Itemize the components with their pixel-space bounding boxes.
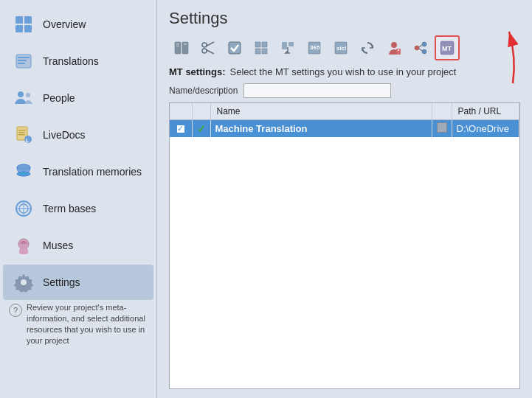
settings-bar-text: Select the MT settings you wish to use i… xyxy=(230,66,457,77)
sidebar-item-livedocs[interactable]: L LiveDocs xyxy=(3,117,153,153)
svg-rect-36 xyxy=(262,42,267,47)
svg-rect-34 xyxy=(229,42,241,54)
settings-icon xyxy=(12,270,35,294)
sidebar-item-overview[interactable]: Overview xyxy=(3,7,153,42)
svg-point-9 xyxy=(26,93,30,97)
table-wrap: Name Path / URL ✓ ✓ xyxy=(169,102,520,389)
sidebar-item-tm-label: Translation memories xyxy=(43,166,142,178)
sidebar-item-livedocs-label: LiveDocs xyxy=(43,129,86,141)
sidebar-item-settings-label: Settings xyxy=(43,276,80,288)
toolbar-btn-mt[interactable]: MT xyxy=(435,35,460,60)
svg-point-46 xyxy=(391,42,397,48)
table-row[interactable]: ✓ ✓ Machine Translation D:\OneDrive xyxy=(170,120,519,138)
svg-rect-7 xyxy=(18,63,25,64)
svg-line-32 xyxy=(207,42,215,46)
settings-description: Review your project's meta-information, … xyxy=(27,302,151,346)
svg-point-50 xyxy=(422,42,426,46)
sidebar-item-translations[interactable]: Translations xyxy=(3,43,153,79)
svg-point-8 xyxy=(18,91,24,97)
verified-check: ✓ xyxy=(197,123,206,135)
filter-input[interactable] xyxy=(243,83,391,98)
svg-point-51 xyxy=(422,49,426,54)
sidebar-item-overview-label: Overview xyxy=(43,18,86,30)
main-content: Settings 365 sic! xyxy=(157,0,532,398)
svg-rect-13 xyxy=(18,134,25,136)
svg-line-33 xyxy=(207,50,215,55)
toolbar-btn-numbers[interactable]: 365 xyxy=(302,35,327,60)
sidebar-item-translations-label: Translations xyxy=(43,55,99,67)
data-table: Name Path / URL ✓ ✓ xyxy=(170,103,519,137)
svg-rect-0 xyxy=(15,16,23,24)
filter-row: Name/description xyxy=(169,83,520,98)
svg-rect-5 xyxy=(18,57,30,58)
help-icon: ? xyxy=(9,304,22,317)
sidebar-item-people[interactable]: People xyxy=(3,80,153,116)
settings-bar: MT settings: Select the MT settings you … xyxy=(169,66,520,77)
toolbar-btn-refresh[interactable] xyxy=(355,35,380,60)
svg-rect-38 xyxy=(262,49,267,54)
th-path: Path / URL xyxy=(452,103,519,120)
people-icon xyxy=(12,86,35,110)
th-check xyxy=(170,103,192,120)
filter-label: Name/description xyxy=(169,85,238,96)
td-verified: ✓ xyxy=(192,120,210,138)
toolbar-btn-agent[interactable] xyxy=(381,35,407,60)
settings-bar-label: MT settings: xyxy=(169,66,226,77)
svg-text:sic!: sic! xyxy=(336,45,347,52)
sidebar-item-people-label: People xyxy=(43,92,75,104)
svg-rect-27 xyxy=(176,46,179,46)
check-mark: ✓ xyxy=(177,125,184,133)
toolbar-btn-verify[interactable] xyxy=(222,35,247,60)
svg-rect-2 xyxy=(15,25,23,32)
td-path: D:\OneDrive xyxy=(452,120,519,138)
sidebar: Overview Translations People xyxy=(0,0,157,398)
toolbar-btn-scissors[interactable] xyxy=(196,35,221,60)
page-title: Settings xyxy=(169,9,520,28)
svg-rect-3 xyxy=(24,25,32,32)
sidebar-item-termbases-label: Term bases xyxy=(43,203,96,214)
translation-memories-icon xyxy=(12,160,35,184)
svg-point-48 xyxy=(398,49,399,51)
sidebar-item-term-bases[interactable]: Term bases xyxy=(3,191,153,226)
svg-rect-6 xyxy=(18,60,27,61)
svg-point-30 xyxy=(202,43,207,47)
th-icon xyxy=(432,103,452,120)
toolbar-btn-grid[interactable] xyxy=(249,35,274,60)
toolbar-btn-books[interactable] xyxy=(169,35,194,60)
svg-text:365: 365 xyxy=(310,44,320,51)
svg-text:MT: MT xyxy=(442,45,452,52)
livedocs-icon: L xyxy=(12,123,35,147)
muses-icon xyxy=(12,234,35,257)
overview-icon xyxy=(12,13,35,36)
th-check2 xyxy=(192,103,210,120)
row-type-icon xyxy=(437,122,447,133)
svg-rect-1 xyxy=(24,16,32,24)
svg-rect-11 xyxy=(18,130,26,131)
checkbox[interactable]: ✓ xyxy=(176,124,186,134)
th-name: Name xyxy=(210,103,432,120)
td-name: Machine Translation xyxy=(210,120,432,138)
toolbar-btn-sic[interactable]: sic! xyxy=(328,35,353,60)
svg-rect-40 xyxy=(289,42,294,46)
td-checkbox[interactable]: ✓ xyxy=(170,120,192,138)
svg-point-17 xyxy=(17,172,30,176)
svg-rect-12 xyxy=(18,132,24,133)
table-header-row: Name Path / URL xyxy=(170,103,519,120)
term-bases-icon xyxy=(12,197,35,220)
translations-icon xyxy=(12,49,35,73)
svg-line-53 xyxy=(419,49,422,51)
sidebar-item-translation-memories[interactable]: Translation memories xyxy=(3,154,153,189)
svg-line-52 xyxy=(419,45,422,47)
svg-rect-39 xyxy=(282,42,287,49)
sidebar-item-muses-label: Muses xyxy=(43,240,73,251)
sidebar-item-settings[interactable]: Settings xyxy=(3,265,153,300)
td-row-icon xyxy=(432,120,452,138)
sidebar-item-muses[interactable]: Muses xyxy=(3,228,153,263)
svg-point-31 xyxy=(202,49,207,53)
svg-rect-37 xyxy=(255,49,260,54)
svg-point-24 xyxy=(21,279,27,285)
svg-rect-26 xyxy=(176,43,179,45)
toolbar-btn-upload[interactable] xyxy=(275,35,300,60)
svg-rect-29 xyxy=(184,43,187,45)
toolbar-btn-connect[interactable] xyxy=(408,35,433,60)
